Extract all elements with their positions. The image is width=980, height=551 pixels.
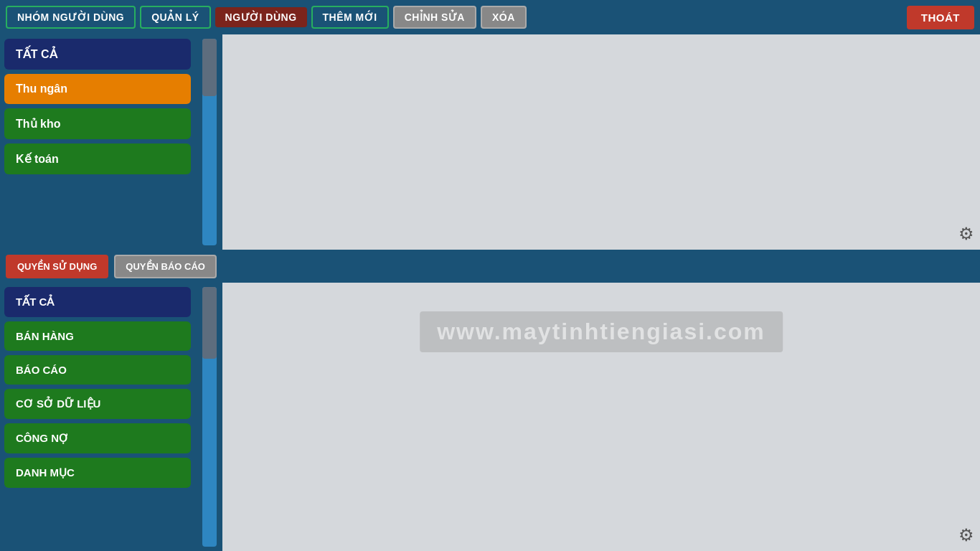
perm-item-co-so-du-lieu[interactable]: CƠ SỞ DỮ LIỆU: [4, 389, 191, 419]
user-button[interactable]: NGƯỜI DÙNG: [215, 7, 307, 27]
top-navbar: NHÓM NGƯỜI DÙNG QUẢN LÝ NGƯỜI DÙNG THÊM …: [0, 0, 980, 34]
main-area: TẤT CẢ Thu ngân Thủ kho Kế toán ⚙ QUYỀN …: [0, 34, 980, 551]
watermark: www.maytinhtiengiasi.com: [420, 311, 783, 352]
report-rights-button[interactable]: QUYỀN BÁO CÁO: [114, 255, 217, 278]
perm-item-bao-cao[interactable]: BÁO CÁO: [4, 355, 191, 385]
use-rights-button[interactable]: QUYỀN SỬ DỤNG: [6, 255, 108, 278]
group-item-ke-toan[interactable]: Kế toán: [4, 143, 191, 174]
permission-list: TẤT CẢ BÁN HÀNG BÁO CÁO CƠ SỞ DỮ LIỆU CÔ…: [0, 283, 222, 551]
top-content-panel: ⚙: [222, 34, 980, 250]
perm-item-cong-no[interactable]: CÔNG NỢ: [4, 423, 191, 453]
edit-button[interactable]: CHỈNH SỬA: [393, 6, 476, 29]
gear-icon-bottom[interactable]: ⚙: [958, 525, 974, 545]
manage-button[interactable]: QUẢN LÝ: [140, 6, 210, 29]
perm-scrollbar-thumb: [202, 287, 217, 359]
perm-scrollbar[interactable]: [202, 287, 217, 547]
group-item-thu-ngan[interactable]: Thu ngân: [4, 74, 191, 104]
middle-toolbar: QUYỀN SỬ DỤNG QUYỀN BÁO CÁO: [0, 250, 980, 283]
group-item-all[interactable]: TẤT CẢ: [4, 39, 191, 70]
gear-icon-top[interactable]: ⚙: [958, 224, 974, 244]
perm-item-ban-hang[interactable]: BÁN HÀNG: [4, 321, 191, 351]
group-item-thu-kho[interactable]: Thủ kho: [4, 108, 191, 139]
group-list: TẤT CẢ Thu ngân Thủ kho Kế toán: [0, 34, 222, 250]
perm-item-all[interactable]: TẤT CẢ: [4, 287, 191, 317]
group-button[interactable]: NHÓM NGƯỜI DÙNG: [6, 6, 136, 29]
group-scrollbar[interactable]: [202, 39, 217, 245]
exit-button[interactable]: THOÁT: [907, 6, 974, 29]
delete-button[interactable]: XÓA: [481, 6, 527, 29]
group-scrollbar-thumb: [202, 39, 217, 96]
add-button[interactable]: THÊM MỚI: [311, 6, 389, 29]
perm-item-danh-muc[interactable]: DANH MỤC: [4, 458, 191, 488]
bottom-content-panel: www.maytinhtiengiasi.com ⚙: [222, 283, 980, 551]
bottom-section: TẤT CẢ BÁN HÀNG BÁO CÁO CƠ SỞ DỮ LIỆU CÔ…: [0, 283, 980, 551]
top-section: TẤT CẢ Thu ngân Thủ kho Kế toán ⚙: [0, 34, 980, 250]
